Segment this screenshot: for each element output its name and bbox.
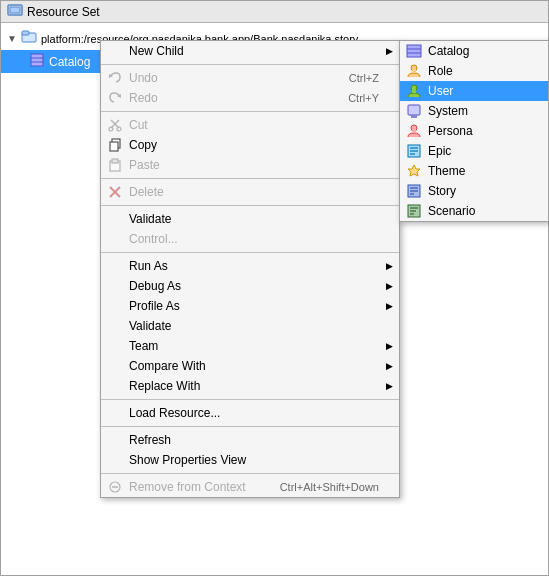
epic-submenu-label: Epic — [428, 144, 451, 158]
menu-item-team[interactable]: Team — [101, 336, 399, 356]
menu-item-copy[interactable]: Copy — [101, 135, 399, 155]
menu-item-validate2[interactable]: Validate — [101, 316, 399, 336]
separator-1 — [101, 64, 399, 65]
catalog-icon — [29, 52, 45, 71]
resource-set-icon — [7, 2, 23, 21]
svg-rect-25 — [412, 70, 416, 73]
profile-as-label: Profile As — [129, 299, 180, 313]
svg-rect-30 — [410, 115, 418, 116]
cut-label: Cut — [129, 118, 148, 132]
menu-item-debug-as[interactable]: Debug As — [101, 276, 399, 296]
undo-icon — [107, 70, 123, 86]
system-submenu-icon — [406, 103, 422, 119]
scenario-submenu-icon — [406, 203, 422, 219]
submenu-item-role[interactable]: Role — [400, 61, 548, 81]
story-submenu-icon — [406, 183, 422, 199]
menu-item-cut: Cut — [101, 115, 399, 135]
menu-item-new-child[interactable]: New Child — [101, 41, 399, 61]
svg-rect-29 — [411, 116, 417, 118]
catalog-submenu-label: Catalog — [428, 44, 469, 58]
submenu-item-persona[interactable]: Persona — [400, 121, 548, 141]
remove-from-context-label: Remove from Context — [129, 480, 246, 494]
submenu-item-system[interactable]: System — [400, 101, 548, 121]
show-properties-label: Show Properties View — [129, 453, 246, 467]
separator-8 — [101, 473, 399, 474]
remove-icon — [107, 479, 123, 495]
submenu-item-catalog[interactable]: Catalog — [400, 41, 548, 61]
separator-7 — [101, 426, 399, 427]
submenu-item-theme[interactable]: Theme — [400, 161, 548, 181]
svg-rect-14 — [110, 142, 118, 151]
separator-5 — [101, 252, 399, 253]
persona-submenu-label: Persona — [428, 124, 473, 138]
undo-shortcut: Ctrl+Z — [329, 72, 379, 84]
epic-submenu-icon — [406, 143, 422, 159]
cut-icon — [107, 117, 123, 133]
svg-rect-28 — [408, 105, 420, 115]
remove-shortcut: Ctrl+Alt+Shift+Down — [260, 481, 379, 493]
collapse-icon: ▼ — [7, 33, 17, 44]
tree-header-title: Resource Set — [27, 5, 100, 19]
menu-item-validate1[interactable]: Validate — [101, 209, 399, 229]
theme-submenu-icon — [406, 163, 422, 179]
menu-item-remove-from-context: Remove from Context Ctrl+Alt+Shift+Down — [101, 477, 399, 497]
user-submenu-label: User — [428, 84, 453, 98]
scenario-submenu-label: Scenario — [428, 204, 475, 218]
new-child-submenu: Catalog Role User — [399, 40, 549, 222]
menu-item-redo: Redo Ctrl+Y — [101, 88, 399, 108]
role-submenu-icon — [406, 63, 422, 79]
control-label: Control... — [129, 232, 178, 246]
separator-6 — [101, 399, 399, 400]
refresh-label: Refresh — [129, 433, 171, 447]
validate1-label: Validate — [129, 212, 171, 226]
svg-rect-1 — [10, 7, 20, 13]
copy-icon — [107, 137, 123, 153]
svg-rect-3 — [22, 31, 29, 35]
delete-label: Delete — [129, 185, 164, 199]
menu-item-delete: Delete — [101, 182, 399, 202]
menu-item-compare-with[interactable]: Compare With — [101, 356, 399, 376]
svg-rect-21 — [407, 45, 421, 57]
validate2-label: Validate — [129, 319, 171, 333]
svg-rect-16 — [112, 159, 118, 163]
debug-as-label: Debug As — [129, 279, 181, 293]
path-icon — [21, 29, 37, 48]
context-menu: New Child Undo Ctrl+Z Redo Ctrl+Y — [100, 40, 400, 498]
redo-shortcut: Ctrl+Y — [328, 92, 379, 104]
paste-icon — [107, 157, 123, 173]
separator-3 — [101, 178, 399, 179]
persona-submenu-icon — [406, 123, 422, 139]
submenu-item-epic[interactable]: Epic — [400, 141, 548, 161]
menu-item-load-resource[interactable]: Load Resource... — [101, 403, 399, 423]
submenu-item-scenario[interactable]: Scenario — [400, 201, 548, 221]
load-resource-label: Load Resource... — [129, 406, 220, 420]
menu-item-undo: Undo Ctrl+Z — [101, 68, 399, 88]
menu-item-show-properties[interactable]: Show Properties View — [101, 450, 399, 470]
delete-icon — [107, 184, 123, 200]
svg-point-12 — [117, 127, 121, 131]
submenu-item-user[interactable]: User — [400, 81, 548, 101]
redo-label: Redo — [129, 91, 158, 105]
system-submenu-label: System — [428, 104, 468, 118]
menu-item-paste: Paste — [101, 155, 399, 175]
svg-point-11 — [109, 127, 113, 131]
new-child-label: New Child — [129, 44, 184, 58]
copy-label: Copy — [129, 138, 157, 152]
role-submenu-label: Role — [428, 64, 453, 78]
menu-item-run-as[interactable]: Run As — [101, 256, 399, 276]
svg-rect-32 — [412, 130, 416, 133]
redo-icon — [107, 90, 123, 106]
separator-4 — [101, 205, 399, 206]
submenu-item-story[interactable]: Story — [400, 181, 548, 201]
separator-2 — [101, 111, 399, 112]
menu-item-refresh[interactable]: Refresh — [101, 430, 399, 450]
story-submenu-label: Story — [428, 184, 456, 198]
svg-rect-27 — [412, 90, 416, 93]
menu-item-replace-with[interactable]: Replace With — [101, 376, 399, 396]
menu-item-profile-as[interactable]: Profile As — [101, 296, 399, 316]
replace-with-label: Replace With — [129, 379, 200, 393]
user-submenu-icon — [406, 83, 422, 99]
paste-label: Paste — [129, 158, 160, 172]
undo-label: Undo — [129, 71, 158, 85]
compare-with-label: Compare With — [129, 359, 206, 373]
